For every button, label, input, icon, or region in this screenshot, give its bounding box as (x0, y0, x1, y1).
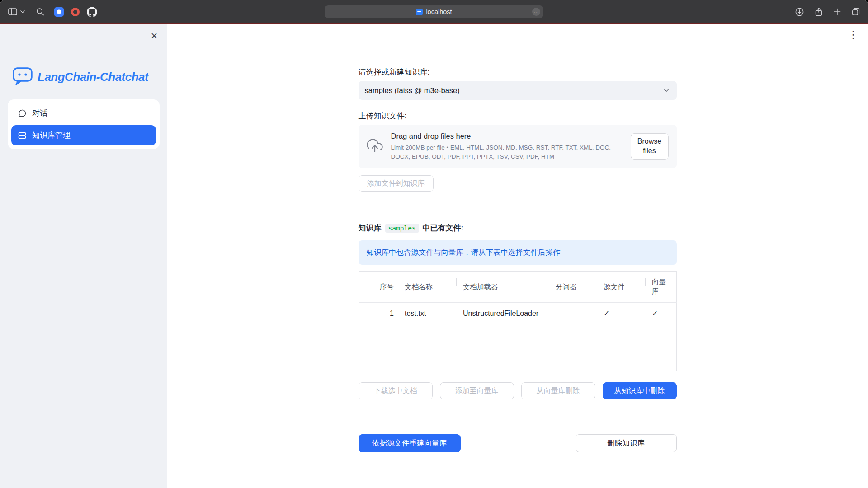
table-empty-area (359, 324, 676, 371)
search-icon[interactable] (35, 7, 45, 17)
remove-from-vector-button[interactable]: 从向量库删除 (521, 382, 595, 399)
kb-files-table: 序号 文档名称 文档加载器 分词器 源文件 向量库 1 test.txt Uns (359, 271, 677, 371)
file-actions: 下载选中文档 添加至向量库 从向量库删除 从知识库中删除 (359, 382, 677, 399)
info-banner: 知识库中包含源文件与向量库，请从下表中选择文件后操作 (359, 240, 677, 265)
add-files-button[interactable]: 添加文件到知识库 (359, 175, 434, 192)
chevron-down-icon (662, 86, 670, 94)
sidebar-nav: 对话 知识库管理 (8, 99, 160, 149)
downloads-icon[interactable] (794, 7, 805, 17)
tabs-overview-icon[interactable] (851, 7, 861, 17)
main-panel: ⋮ 请选择或新建知识库: samples (faiss @ m3e-base) … (167, 24, 868, 488)
logo-text: LangChain-Chatchat (38, 70, 148, 84)
app-sidebar: ✕ LangChain-Chatchat 对话 (0, 24, 167, 488)
chat-bubble-icon (18, 109, 27, 118)
sidebar-item-knowledge-base[interactable]: 知识库管理 (11, 125, 156, 145)
app-logo: LangChain-Chatchat (12, 66, 167, 88)
sidebar-item-label: 知识库管理 (32, 130, 71, 141)
delete-from-kb-button[interactable]: 从知识库中删除 (603, 382, 677, 399)
table-header-row: 序号 文档名称 文档加载器 分词器 源文件 向量库 (359, 272, 676, 303)
download-selected-button[interactable]: 下载选中文档 (359, 382, 433, 399)
upload-label: 上传知识文件: (359, 111, 677, 121)
cell-splitter (549, 303, 597, 324)
logo-chat-icon (12, 66, 33, 88)
col-header-loader: 文档加载器 (457, 272, 549, 303)
knowledge-base-icon (18, 131, 27, 140)
new-tab-icon[interactable] (833, 7, 842, 16)
table-row[interactable]: 1 test.txt UnstructuredFileLoader ✓ ✓ (359, 303, 676, 324)
kb-select-label: 请选择或新建知识库: (359, 67, 677, 77)
cell-source-check: ✓ (597, 303, 646, 324)
cell-index: 1 (359, 303, 398, 324)
browser-window: localhost ⋯ ✕ (0, 0, 868, 488)
site-favicon (416, 9, 423, 15)
app-menu-icon[interactable]: ⋮ (848, 30, 858, 40)
browser-toolbar: localhost ⋯ (0, 0, 868, 23)
address-bar[interactable]: localhost ⋯ (325, 5, 543, 18)
dropzone-limit-text: Limit 200MB per file • EML, HTML, JSON, … (391, 143, 628, 161)
kb-selectbox-value: samples (faiss @ m3e-base) (365, 86, 662, 95)
file-dropzone[interactable]: Drag and drop files here Limit 200MB per… (359, 125, 677, 168)
kb-files-heading: 知识库 samples 中已有文件: (359, 223, 677, 233)
sidebar-item-chat[interactable]: 对话 (11, 103, 156, 123)
add-to-vector-button[interactable]: 添加至向量库 (440, 382, 514, 399)
dropzone-title: Drag and drop files here (391, 132, 628, 141)
col-header-name: 文档名称 (398, 272, 457, 303)
delete-kb-button[interactable]: 删除知识库 (576, 434, 677, 452)
shield-extension-icon[interactable] (54, 7, 64, 17)
rebuild-vector-store-button[interactable]: 依据源文件重建向量库 (359, 434, 461, 452)
kb-actions: 依据源文件重建向量库 删除知识库 (359, 434, 677, 452)
url-text: localhost (426, 8, 452, 15)
sidebar-close-icon[interactable]: ✕ (151, 32, 158, 40)
kb-selectbox[interactable]: samples (faiss @ m3e-base) (359, 81, 677, 100)
cell-loader: UnstructuredFileLoader (457, 303, 549, 324)
sidebar-toggle-icon[interactable] (7, 6, 18, 17)
share-icon[interactable] (814, 7, 824, 17)
cloud-upload-icon (367, 137, 383, 155)
chevron-down-icon[interactable] (20, 9, 25, 14)
col-header-source: 源文件 (597, 272, 646, 303)
sidebar-item-label: 对话 (32, 108, 47, 118)
divider (359, 207, 677, 207)
ring-extension-icon[interactable] (71, 8, 80, 16)
col-header-splitter: 分词器 (549, 272, 597, 303)
divider (359, 417, 677, 417)
col-header-index: 序号 (359, 272, 398, 303)
kb-heading-suffix: 中已有文件: (423, 223, 464, 233)
github-extension-icon[interactable] (87, 7, 97, 17)
browse-files-button[interactable]: Browse files (631, 133, 669, 160)
kb-name-code: samples (385, 224, 419, 233)
cell-file-name: test.txt (398, 303, 457, 324)
cell-vector-check: ✓ (646, 303, 676, 324)
col-header-vector: 向量库 (646, 272, 676, 303)
extension-badge-icon[interactable]: ⋯ (532, 8, 540, 16)
kb-heading-prefix: 知识库 (359, 223, 382, 233)
